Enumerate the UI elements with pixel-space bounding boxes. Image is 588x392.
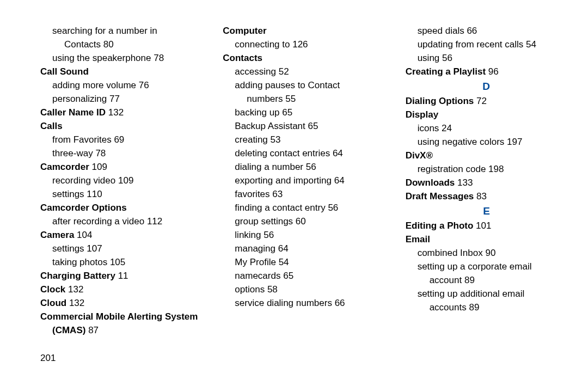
- entry-text: My Profile: [235, 257, 276, 267]
- entry-page: 112: [147, 216, 162, 226]
- entry-page: 80: [103, 39, 114, 50]
- index-subentry: group settings 60: [223, 215, 383, 228]
- entry-page: 64: [334, 175, 345, 186]
- index-subentry: setting up a corporate email: [406, 260, 566, 273]
- entry-text: Charging Battery: [40, 271, 115, 281]
- index-entry: Camcorder Options: [40, 201, 201, 215]
- entry-text: using: [418, 53, 440, 63]
- entry-text: from Favorites: [52, 134, 112, 145]
- index-subentry: settings 107: [40, 242, 201, 255]
- entry-page: 53: [271, 134, 281, 145]
- index-subentry: Contacts 80: [40, 38, 201, 51]
- entry-text: combined Inbox: [418, 248, 483, 258]
- index-subentry: linking 56: [223, 228, 383, 242]
- entry-text: Camcorder: [40, 162, 89, 172]
- entry-page: 76: [139, 80, 149, 90]
- entry-page: 55: [285, 94, 296, 104]
- entry-page: 87: [88, 325, 99, 335]
- entry-text: recording video: [52, 175, 115, 186]
- entry-page: 54: [279, 257, 289, 267]
- entry-page: 65: [282, 107, 292, 118]
- index-subentry: favorites 63: [223, 187, 383, 201]
- entry-text: Caller Name ID: [40, 107, 106, 118]
- entry-page: 90: [485, 248, 495, 258]
- entry-page: 198: [488, 164, 504, 174]
- entry-page: 101: [476, 220, 491, 231]
- index-entry: Camcorder 109: [40, 160, 201, 174]
- index-subentry: adding pauses to Contact: [223, 78, 383, 92]
- entry-page: 89: [464, 275, 475, 285]
- entry-page: 64: [278, 243, 289, 254]
- entry-page: 78: [154, 53, 164, 63]
- index-entry: Creating a Playlist 96: [406, 65, 566, 78]
- entry-page: 56: [264, 230, 274, 240]
- entry-text: speed dials: [418, 26, 464, 36]
- entry-page: 104: [77, 230, 92, 240]
- entry-page: 107: [87, 243, 102, 254]
- entry-text: Clock: [40, 284, 65, 295]
- index-entry: Charging Battery 11: [40, 269, 201, 283]
- entry-page: 63: [272, 189, 283, 199]
- entry-page: 77: [109, 94, 120, 104]
- index-subentry: from Favorites 69: [40, 133, 201, 146]
- index-subentry: registration code 198: [406, 162, 566, 176]
- index-entry: Call Sound: [40, 65, 201, 78]
- index-entry: Draft Messages 83: [406, 189, 566, 203]
- entry-page: 96: [488, 66, 499, 77]
- index-subentry: dialing a number 56: [223, 160, 383, 174]
- entry-text: finding a contact entry: [235, 203, 325, 213]
- entry-text: DivX®: [406, 150, 433, 161]
- entry-page: 24: [442, 123, 452, 133]
- entry-text: using the speakerphone: [52, 53, 151, 63]
- entry-text: Camcorder Options: [40, 203, 127, 213]
- entry-text: using negative colors: [418, 137, 505, 147]
- entry-text: backing up: [235, 107, 279, 118]
- index-entry: Calls: [40, 119, 201, 133]
- entry-page: 89: [469, 302, 479, 313]
- index-subentry: using 56: [406, 51, 566, 65]
- entry-text: setting up a corporate email: [418, 261, 532, 272]
- entry-page: 65: [283, 271, 293, 281]
- entry-text: deleting contact entries: [235, 148, 330, 158]
- entry-text: setting up additional email: [418, 289, 525, 299]
- entry-text: Backup Assistant: [235, 121, 305, 131]
- index-entry: Camera 104: [40, 228, 201, 242]
- index-entry: Caller Name ID 132: [40, 106, 201, 119]
- index-subentry: accounts 89: [406, 301, 566, 314]
- entry-page: 60: [296, 216, 306, 226]
- entry-text: adding more volume: [52, 80, 136, 90]
- index-subentry: setting up additional email: [406, 287, 566, 301]
- entry-text: settings: [52, 243, 84, 254]
- entry-text: Computer: [223, 26, 266, 36]
- index-entry: Cloud 132: [40, 296, 201, 310]
- index-subentry: finding a contact entry 56: [223, 201, 383, 215]
- entry-text: adding pauses to Contact: [235, 80, 340, 90]
- entry-text: Downloads: [406, 177, 455, 188]
- entry-text: Dialing Options: [406, 96, 474, 106]
- entry-text: managing: [235, 243, 275, 254]
- index-column-3: speed dials 66updating from recent calls…: [406, 24, 566, 337]
- entry-page: 64: [333, 148, 343, 158]
- index-subentry: Backup Assistant 65: [223, 119, 383, 133]
- index-subentry: numbers 55: [223, 92, 383, 106]
- entry-text: Creating a Playlist: [406, 66, 486, 77]
- entry-page: 65: [308, 121, 318, 131]
- section-header: E: [406, 204, 566, 218]
- section-header: D: [406, 79, 566, 93]
- index-subentry: options 58: [223, 283, 383, 296]
- entry-text: account: [430, 275, 462, 285]
- index-page: searching for a number inContacts 80usin…: [0, 0, 588, 392]
- entry-page: 105: [110, 257, 125, 267]
- entry-page: 11: [118, 271, 128, 281]
- entry-page: 197: [507, 137, 522, 147]
- entry-text: creating: [235, 134, 267, 145]
- entry-page: 132: [69, 298, 84, 308]
- index-entry: Dialing Options 72: [406, 94, 566, 108]
- entry-page: 58: [267, 284, 278, 295]
- entry-page: 126: [292, 39, 308, 50]
- entry-text: Email: [406, 234, 430, 244]
- index-subentry: exporting and importing 64: [223, 174, 383, 187]
- entry-page: 109: [118, 175, 133, 186]
- entry-page: 132: [68, 284, 83, 295]
- entry-page: 69: [114, 134, 124, 145]
